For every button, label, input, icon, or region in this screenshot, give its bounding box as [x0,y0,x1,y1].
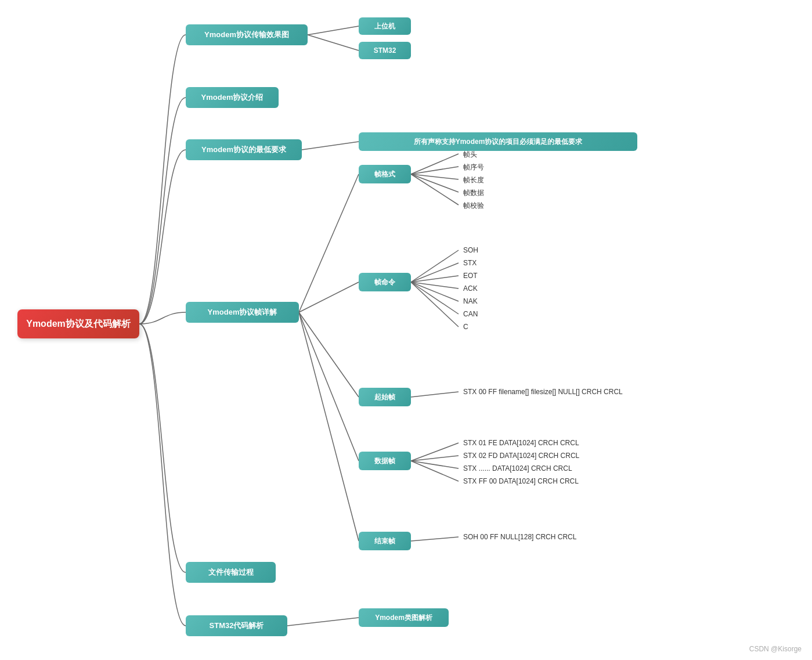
text-cmd-c: C [463,323,468,331]
svg-line-3 [299,174,359,312]
node-data-frame: 数据帧 [359,452,411,470]
watermark: CSDN @Kisorge [749,645,802,653]
text-frame-data: 帧数据 [463,188,484,198]
node-end-frame: 结束帧 [359,532,411,550]
text-frame-seq: 帧序号 [463,163,484,172]
root-node: Ymodem协议及代码解析 [17,309,139,338]
svg-line-11 [411,174,459,192]
svg-line-17 [411,282,459,301]
text-cmd-can: CAN [463,310,478,318]
node-min-req: 所有声称支持Ymodem协议的项目必须满足的最低要求 [359,132,637,151]
text-data-frame-3: STX ...... DATA[1024] CRCH CRCL [463,464,572,473]
text-frame-head: 帧头 [463,150,477,160]
node-ymodem-intro: Ymodem协议介绍 [186,87,279,108]
text-cmd-ack: ACK [463,284,478,293]
text-frame-check: 帧校验 [463,201,484,211]
svg-line-26 [287,618,359,626]
node-stm32-child: STM32 [359,42,411,59]
svg-line-4 [299,282,359,312]
text-data-frame-4: STX FF 00 DATA[1024] CRCH CRCL [463,477,579,485]
svg-line-22 [411,456,459,461]
diagram-container: Ymodem协议及代码解析 Ymodem协议传输效果图 Ymodem协议介绍 Y… [0,0,812,660]
svg-line-23 [411,461,459,468]
text-cmd-stx: STX [463,259,477,267]
svg-line-0 [308,26,359,35]
svg-line-9 [411,167,459,174]
node-file-transfer: 文件传输过程 [186,562,276,583]
node-start-frame: 起始帧 [359,388,411,406]
node-ymodem-effect: Ymodem协议传输效果图 [186,24,308,45]
svg-line-1 [308,35,359,51]
svg-line-8 [411,154,459,174]
svg-line-5 [299,312,359,397]
node-ymodem-class: Ymodem类图解析 [359,608,449,627]
svg-line-20 [411,392,459,397]
svg-line-2 [302,142,359,150]
svg-line-25 [411,537,459,541]
text-cmd-soh: SOH [463,246,478,254]
svg-line-24 [411,461,459,481]
node-upper-pc: 上位机 [359,17,411,35]
node-stm32-code: STM32代码解析 [186,615,287,636]
svg-line-15 [411,276,459,282]
text-frame-len: 帧长度 [463,175,484,185]
node-frame-format: 帧格式 [359,165,411,183]
svg-line-18 [411,282,459,314]
text-data-frame-2: STX 02 FD DATA[1024] CRCH CRCL [463,452,579,460]
text-data-frame-1: STX 01 FE DATA[1024] CRCH CRCL [463,439,579,447]
node-frame-cmd: 帧命令 [359,273,411,291]
svg-line-7 [299,312,359,541]
svg-line-19 [411,282,459,327]
text-cmd-nak: NAK [463,297,478,305]
node-ymodem-min: Ymodem协议的最低要求 [186,139,302,160]
text-start-frame: STX 00 FF filename[] filesize[] NULL[] C… [463,388,623,396]
svg-line-21 [411,443,459,461]
text-end-frame: SOH 00 FF NULL[128] CRCH CRCL [463,533,576,541]
svg-line-16 [411,282,459,288]
text-cmd-eot: EOT [463,272,478,280]
svg-line-14 [411,263,459,282]
svg-line-10 [411,174,459,179]
svg-line-6 [299,312,359,461]
svg-line-12 [411,174,459,205]
node-ymodem-frame: Ymodem协议帧详解 [186,302,299,323]
svg-line-13 [411,250,459,282]
